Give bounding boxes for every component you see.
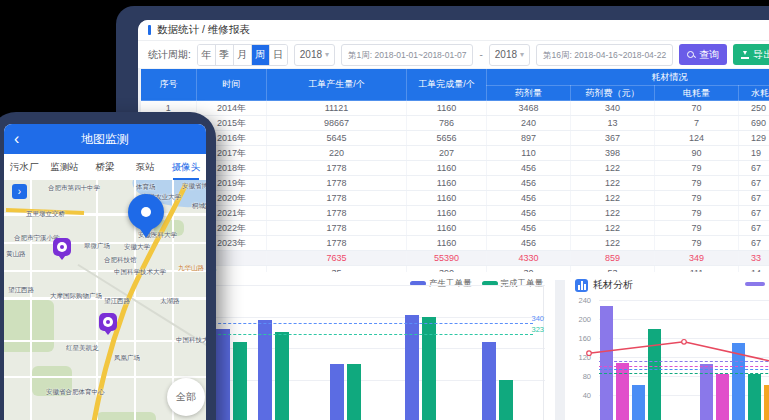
- map-label: 合肥科技馆: [104, 256, 137, 265]
- camera-marker-icon[interactable]: [53, 238, 71, 256]
- phone-tab-1[interactable]: 监测站: [44, 154, 84, 180]
- consumable-bar[interactable]: [600, 306, 613, 420]
- phone-tab-2[interactable]: 桥梁: [85, 154, 125, 180]
- breadcrumb-bar: 数据统计 / 维修报表: [138, 20, 769, 41]
- table-row: 12014年111211160346834070250: [141, 101, 769, 116]
- consumable-bar[interactable]: [732, 343, 745, 420]
- map-label: 中国科学技术大学: [114, 268, 166, 277]
- table-subheader: 药剂量: [487, 86, 571, 101]
- phone-tab-0[interactable]: 污水厂: [4, 154, 44, 180]
- bar-完成工单量[interactable]: [347, 364, 361, 420]
- bar-chart-icon: [575, 279, 588, 292]
- table-header: 工单产生量/个: [267, 69, 407, 101]
- consumable-bar[interactable]: [632, 385, 645, 420]
- period-option-1[interactable]: 季: [216, 45, 234, 65]
- phone-app-header: ‹ 地图监测: [4, 124, 206, 154]
- bar-完成工单量[interactable]: [499, 380, 513, 420]
- table-header: 时间: [197, 69, 267, 101]
- stage: 数据统计 / 维修报表 统计周期: 年季月周日 2018 ▾ 第1周: 2018…: [0, 0, 769, 420]
- year-end-value: 2018: [495, 49, 517, 60]
- map-label: 九华山路: [178, 264, 204, 273]
- bar-产生工单量[interactable]: [482, 342, 496, 420]
- week-range-end-input[interactable]: 第16周: 2018-04-16~2018-04-22: [536, 44, 673, 66]
- breadcrumb: 数据统计 / 维修报表: [157, 23, 250, 37]
- y-axis-tick: 80: [569, 372, 591, 381]
- breadcrumb-accent-bar: [148, 25, 151, 35]
- back-icon[interactable]: ‹: [14, 128, 19, 150]
- ref-line-label: 340: [518, 314, 544, 323]
- bar-完成工单量[interactable]: [275, 332, 289, 420]
- table-header-group: 耗材情况: [487, 69, 769, 86]
- period-label: 统计周期:: [148, 48, 191, 62]
- table-row: 32016年56455656897367124129: [141, 131, 769, 146]
- period-option-0[interactable]: 年: [198, 45, 216, 65]
- table-row: 82021年177811604561227967: [141, 206, 769, 221]
- total-row: 合计763555390433085934933: [141, 251, 769, 266]
- year-select-start[interactable]: 2018 ▾: [294, 44, 335, 66]
- phone-tab-3[interactable]: 泵站: [125, 154, 165, 180]
- map-label: 中国科技大学: [176, 336, 206, 345]
- consumable-bar[interactable]: [748, 374, 761, 420]
- consumable-bar[interactable]: [616, 363, 629, 420]
- bar-产生工单量[interactable]: [216, 329, 230, 420]
- map-all-button[interactable]: 全部: [167, 378, 205, 416]
- camera-marker-icon[interactable]: [99, 313, 117, 331]
- phone-tab-bar: 污水厂监测站桥梁泵站摄像头: [4, 154, 206, 181]
- consumable-bar[interactable]: [764, 385, 769, 420]
- map-label: 大摩国际购物广场: [50, 292, 102, 301]
- legend-item[interactable]: 完成工单量: [482, 278, 544, 290]
- table-row: 22015年98667786240137690: [141, 116, 769, 131]
- period-option-4[interactable]: 日: [270, 45, 287, 65]
- map-label: 凤凰广场: [114, 354, 140, 363]
- period-option-2[interactable]: 月: [234, 45, 252, 65]
- legend-swatch[interactable]: [745, 282, 765, 286]
- year-select-end[interactable]: 2018 ▾: [489, 44, 530, 66]
- consumable-bar[interactable]: [716, 374, 729, 420]
- map-label: 安徽省博物馆: [182, 182, 206, 191]
- y-axis-tick: 120: [569, 353, 591, 362]
- bar-产生工单量[interactable]: [330, 364, 344, 420]
- bar-完成工单量[interactable]: [422, 317, 436, 420]
- selected-marker-icon[interactable]: [128, 194, 164, 230]
- map[interactable]: 合肥市第四十中学体育场安徽农业大学安徽省博物馆桐城路五里墩立交桥合肥市宁溪小学翠…: [4, 180, 206, 420]
- export-excel-button[interactable]: 导出Excel: [733, 44, 769, 65]
- bar-产生工单量[interactable]: [405, 315, 419, 420]
- phone-page-title: 地图监测: [81, 131, 129, 148]
- dashboard-screen: 数据统计 / 维修报表 统计周期: 年季月周日 2018 ▾ 第1周: 2018…: [138, 20, 769, 420]
- phone-frame: ‹ 地图监测 污水厂监测站桥梁泵站摄像头: [0, 112, 216, 420]
- search-icon: [687, 51, 695, 59]
- map-label: 安徽大学: [124, 243, 150, 252]
- bar-产生工单量[interactable]: [258, 320, 272, 420]
- table-subheader: 药剂费（元）: [571, 86, 655, 101]
- filter-bar: 统计周期: 年季月周日 2018 ▾ 第1周: 2018-01-01~2018-…: [138, 41, 769, 68]
- table-header: 工单完成量/个: [407, 69, 487, 101]
- chevron-down-icon: ▾: [325, 50, 329, 59]
- map-label: 望江西路: [104, 297, 130, 306]
- map-label: 望江西路: [8, 286, 34, 295]
- map-label: 红星美凯龙: [66, 344, 99, 353]
- period-segmented-control: 年季月周日: [197, 44, 288, 66]
- legend-item[interactable]: 产生工单量: [410, 278, 472, 290]
- table-row: 62019年177811604561227967: [141, 176, 769, 191]
- search-button[interactable]: 查询: [679, 44, 727, 65]
- table-subheader: 电耗量: [655, 86, 739, 101]
- phone-tab-4[interactable]: 摄像头: [166, 154, 206, 180]
- map-label: 合肥市第四十中学: [48, 184, 100, 193]
- week-range-start-input[interactable]: 第1周: 2018-01-01~2018-01-07: [341, 44, 473, 66]
- expand-icon[interactable]: ›: [12, 184, 27, 199]
- y-axis-tick: 200: [569, 315, 591, 324]
- bar-完成工单量[interactable]: [233, 342, 247, 420]
- table-row: 102023年177811604561227967: [141, 236, 769, 251]
- map-label: 翠微广场: [84, 242, 110, 251]
- y-axis-tick: 40: [569, 391, 591, 400]
- chart-header: 耗材分析: [575, 278, 633, 292]
- chart-title: 耗材分析: [593, 278, 633, 292]
- table-row: 92022年177811604561227967: [141, 221, 769, 236]
- table-row: 52018年177811604561227967: [141, 161, 769, 176]
- table-row: 42017年2202071103989019: [141, 146, 769, 161]
- consumable-bar[interactable]: [648, 329, 661, 420]
- map-label: 五里墩立交桥: [26, 210, 65, 219]
- period-option-3[interactable]: 周: [252, 45, 270, 65]
- map-label: 桐城路: [192, 202, 206, 211]
- table-row: 72020年177811604561227967: [141, 191, 769, 206]
